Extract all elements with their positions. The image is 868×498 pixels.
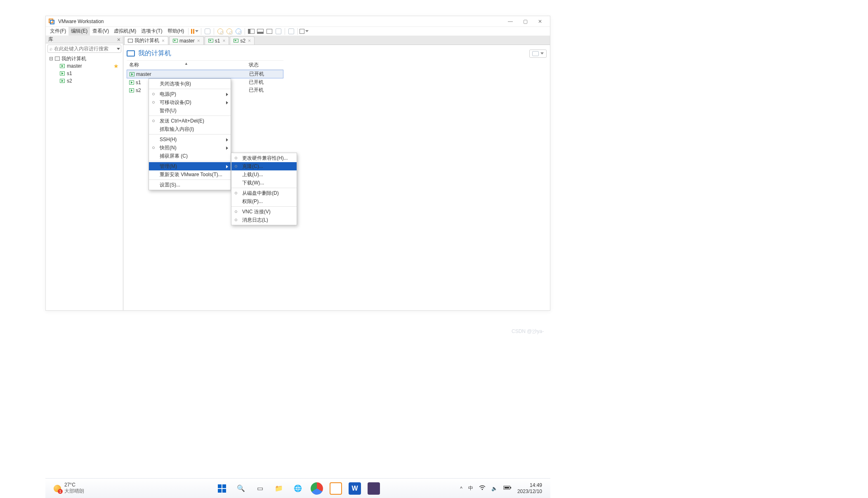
menu-item[interactable]: 捕获屏幕 (C) [149, 152, 231, 160]
snapshot-revert-button[interactable] [225, 27, 234, 35]
tree-item-label: master [67, 63, 82, 69]
menu-item[interactable]: 抓取输入内容(I) [149, 125, 231, 133]
titlebar: VMware Workstation — ▢ ✕ [46, 16, 550, 27]
sidebar-search-input[interactable] [54, 46, 116, 52]
wifi-icon[interactable] [479, 485, 486, 491]
stretch-button[interactable] [300, 27, 309, 35]
tab-close-button[interactable]: × [162, 38, 165, 44]
weather-desc: 大部晴朗 [64, 488, 84, 495]
vm-icon [60, 71, 65, 76]
menu-item[interactable]: 消息日志(L) [231, 216, 297, 224]
tab-s2[interactable]: s2 × [230, 36, 255, 45]
snapshot-take-button[interactable] [216, 27, 225, 35]
menu-item[interactable]: 暂停(U) [149, 106, 231, 115]
menu-separator [149, 134, 231, 135]
menu-item[interactable]: 电源(P) [149, 90, 231, 98]
menu-item[interactable]: 管理(M) [149, 162, 231, 170]
window-close-button[interactable]: ✕ [533, 17, 547, 26]
systray-overflow-button[interactable]: ^ [460, 486, 462, 491]
menu-item[interactable]: 可移动设备(D) [149, 98, 231, 106]
vmware-taskbar-button[interactable] [330, 482, 342, 495]
view-mode-button[interactable] [529, 50, 547, 58]
fullscreen-button[interactable] [287, 27, 296, 35]
search-icon: ⌕ [50, 46, 52, 52]
menu-item: 上载(U)... [231, 170, 297, 179]
tab-close-button[interactable]: × [197, 38, 200, 44]
menu-separator [149, 116, 231, 116]
menu-view[interactable]: 查看(V) [90, 27, 111, 35]
content-header: 我的计算机 [127, 49, 547, 58]
toolbar-separator [285, 28, 285, 35]
grid-icon [532, 51, 539, 56]
tree-item-s2[interactable]: s2 [47, 77, 121, 85]
menu-tabs[interactable]: 选项卡(T) [139, 27, 165, 35]
vm-icon [129, 88, 134, 92]
tab-close-button[interactable]: × [248, 38, 251, 44]
menu-vm[interactable]: 虚拟机(M) [111, 27, 139, 35]
tab-my-computer[interactable]: 我的计算机 × [124, 36, 168, 45]
layout-unity-button[interactable] [274, 27, 283, 35]
clock[interactable]: 14:49 2023/12/10 [517, 482, 542, 494]
submenu-arrow-icon [226, 146, 228, 150]
menu-file[interactable]: 文件(F) [47, 27, 68, 35]
tab-s1[interactable]: s1 × [205, 36, 229, 45]
layout-full-button[interactable] [265, 27, 274, 35]
list-row-master[interactable]: master 已开机 [127, 70, 283, 78]
sidebar-close-button[interactable]: × [117, 37, 120, 42]
menu-item[interactable]: 克隆(C)... [231, 162, 297, 170]
menu-item-label: 管理(M) [160, 163, 177, 170]
snapshot-manager-button[interactable] [234, 27, 243, 35]
word-button[interactable]: W [349, 482, 361, 495]
layout-sidebar-button[interactable] [247, 27, 256, 35]
file-explorer-button[interactable]: 📁 [273, 482, 285, 495]
context-submenu-manage: 更改硬件兼容性(H)...克隆(C)...上载(U)...下载(W)...从磁盘… [231, 153, 297, 225]
menu-item[interactable]: 设置(S)... [149, 181, 231, 189]
ime-indicator[interactable]: 中 [468, 485, 473, 492]
task-view-button[interactable]: ▭ [254, 482, 266, 495]
menu-item[interactable]: SSH(H) [149, 135, 231, 144]
menu-item[interactable]: 快照(N) [149, 144, 231, 152]
monitor-icon [55, 57, 60, 61]
pause-button[interactable] [190, 27, 199, 35]
start-button[interactable] [216, 482, 228, 495]
app-button[interactable] [368, 482, 380, 495]
battery-icon[interactable] [503, 485, 512, 491]
menu-item: 重新安装 VMware Tools(T)... [149, 170, 231, 179]
tree-root-my-computer[interactable]: ⊟ 我的计算机 [47, 55, 121, 62]
window-minimize-button[interactable]: — [503, 17, 518, 26]
tab-label: s2 [240, 38, 245, 44]
edge-button[interactable]: 🌐 [292, 482, 304, 495]
vmware-logo-icon [48, 18, 55, 25]
volume-icon[interactable]: 🔈 [491, 486, 498, 491]
search-dropdown-icon[interactable] [117, 48, 120, 50]
tree-item-master[interactable]: master ★ [47, 62, 121, 70]
vm-icon [173, 39, 178, 42]
menu-help[interactable]: 帮助(H) [165, 27, 187, 35]
svg-rect-4 [218, 489, 222, 493]
tab-master[interactable]: master × [169, 36, 204, 45]
search-button[interactable]: 🔍 [235, 482, 247, 495]
send-keys-button[interactable] [203, 27, 212, 35]
window-maximize-button[interactable]: ▢ [518, 17, 533, 26]
chrome-button[interactable] [311, 482, 323, 495]
cell-status: 已开机 [246, 78, 266, 86]
submenu-arrow-icon [226, 101, 228, 104]
svg-rect-8 [510, 487, 511, 489]
menu-item-label: 发送 Ctrl+Alt+Del(E) [160, 118, 204, 125]
menu-edit[interactable]: 编辑(E) [68, 27, 90, 35]
tree-item-s1[interactable]: s1 [47, 70, 121, 77]
tab-close-button[interactable]: × [222, 38, 225, 44]
menu-item: 权限(P)... [231, 197, 297, 205]
svg-rect-1 [50, 20, 54, 24]
monitor-large-icon [127, 50, 135, 57]
column-name[interactable]: 名称 [127, 61, 246, 69]
tree-collapse-icon[interactable]: ⊟ [49, 56, 53, 61]
taskbar-weather[interactable]: 27°C 大部晴朗 [54, 482, 84, 495]
favorite-star-icon[interactable]: ★ [112, 62, 121, 70]
menu-item[interactable]: 发送 Ctrl+Alt+Del(E) [149, 117, 231, 125]
column-status[interactable]: 状态 [246, 61, 261, 69]
menu-item[interactable]: VNC 连接(V) [231, 208, 297, 216]
menu-item[interactable]: 关闭选项卡(B) [149, 80, 231, 88]
layout-bottom-button[interactable] [256, 27, 265, 35]
sidebar-search[interactable]: ⌕ [47, 45, 121, 53]
